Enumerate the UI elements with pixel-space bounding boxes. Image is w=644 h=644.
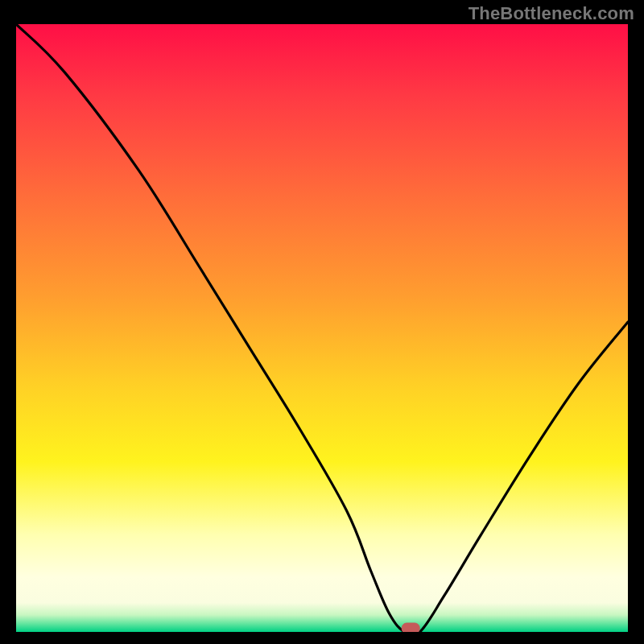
plot-area bbox=[16, 24, 628, 632]
bottleneck-chart bbox=[16, 24, 628, 632]
gradient-background bbox=[16, 24, 628, 632]
optimal-point-marker bbox=[402, 623, 419, 632]
chart-frame: TheBottleneck.com bbox=[0, 0, 644, 644]
attribution-text: TheBottleneck.com bbox=[469, 3, 634, 24]
